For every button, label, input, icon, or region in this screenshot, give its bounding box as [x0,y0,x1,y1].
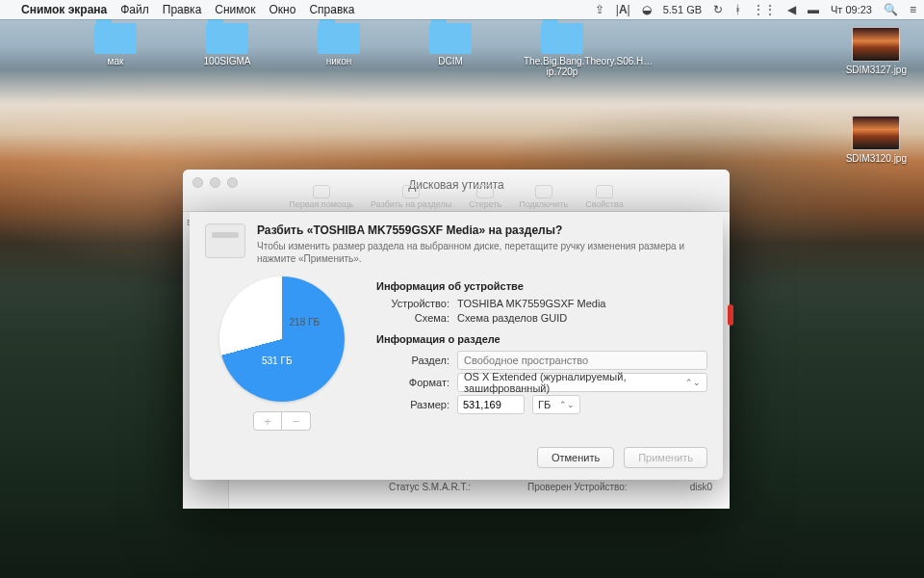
add-remove-segmented: + − [253,411,311,431]
thumb-3120[interactable]: SDIM3120.jpg [846,116,907,164]
du-toolbar: Первая помощь Разбить на разделы Стереть… [289,185,623,209]
disk-icon[interactable]: ◒ [642,3,652,16]
menu-window[interactable]: Окно [269,3,295,16]
format-value: OS X Extended (журналируемый, зашифрован… [464,371,685,394]
add-partition-button[interactable]: + [253,411,282,431]
folder-100sigma[interactable]: 100SIGMA [198,23,256,77]
pie-used-label: 531 ГБ [262,355,292,366]
folder-icon [318,23,360,54]
partition-info-heading: Информация о разделе [376,333,707,345]
zoom-icon[interactable] [227,177,238,188]
menubar-status: ⇪ |A| ◒ 5.51 GB ↻ ᚼ ⋮⋮ ◀ ▬ Чт 09:23 🔍 ≡ [595,3,916,16]
device-info-heading: Информация об устройстве [376,280,707,292]
dropbox-icon[interactable]: ⇪ [595,3,604,16]
format-select[interactable]: OS X Extended (журналируемый, зашифрован… [457,373,707,392]
apply-button[interactable]: Применить [624,447,707,468]
desktop-folders: мак 100SIGMA никон DCIM The.Big.Bang.The… [87,23,591,77]
wifi-icon[interactable]: ⋮⋮ [753,3,776,16]
clock[interactable]: Чт 09:23 [831,4,872,15]
close-icon[interactable] [192,177,203,188]
timemachine-icon[interactable]: ↻ [713,3,723,16]
status-smart-label: Статус S.M.A.R.T.: [383,478,522,495]
remove-partition-button[interactable]: − [282,411,311,431]
folder-icon [541,23,583,54]
volume-icon[interactable]: ◀ [787,3,796,16]
partition-pie-chart[interactable]: 218 ГБ 531 ГБ [219,276,345,402]
folder-tbbt[interactable]: The.Big.Bang.Theory.S06.H…ip.720p [533,23,591,77]
size-input[interactable] [457,395,525,414]
sheet-subtitle: Чтобы изменить размер раздела на выбранн… [257,240,707,265]
device-value: TOSHIBA MK7559GSXF Media [457,298,707,309]
tb-mount: Подключить [519,185,568,209]
info-icon [596,185,613,198]
size-label: Размер: [376,399,449,410]
menu-snapshot[interactable]: Снимок [215,3,255,16]
app-menu[interactable]: Снимок экрана [21,3,107,16]
spotlight-icon[interactable]: 🔍 [884,3,898,16]
red-accent [728,304,733,326]
scheme-value: Схема разделов GUID [457,312,707,324]
tb-erase: Стереть [469,185,501,209]
partition-name-input[interactable] [457,351,707,370]
disk-icon [205,223,245,258]
tb-firstaid: Первая помощь [289,185,353,209]
image-thumb-icon [852,27,900,62]
image-thumb-icon [852,116,900,150]
menubar: Снимок экрана Файл Правка Снимок Окно Сп… [0,0,924,19]
adobe-icon[interactable]: |A| [616,3,630,16]
sheet-title: Разбить «TOSHIBA MK7559GSXF Media» на ра… [257,223,707,237]
traffic-lights [192,177,238,188]
menu-help[interactable]: Справка [309,3,354,16]
menu-edit[interactable]: Правка [163,3,202,16]
desktop-thumbs: SDIM3127.jpg SDIM3120.jpg [846,27,907,164]
chevron-updown-icon: ⌃⌄ [559,400,575,409]
size-unit-select[interactable]: ГБ ⌃⌄ [532,395,580,414]
notifications-icon[interactable]: ≡ [910,3,916,16]
mount-icon [535,185,552,198]
thumb-3127[interactable]: SDIM3127.jpg [846,27,907,75]
folder-mac[interactable]: мак [87,23,144,77]
pie-free-label: 218 ГБ [290,317,320,328]
device-label: Устройство: [376,298,449,309]
partition-icon [402,185,420,198]
cancel-button[interactable]: Отменить [537,447,614,468]
folder-icon [429,23,472,54]
chevron-updown-icon: ⌃⌄ [685,378,701,387]
window-titlebar[interactable]: Дисковая утилита Первая помощь Разбить н… [183,170,730,212]
tb-partition: Разбить на разделы [371,185,451,209]
firstaid-icon [313,185,330,198]
flag-icon[interactable]: ▬ [808,3,819,16]
bluetooth-icon[interactable]: ᚼ [734,3,741,16]
partition-sheet: Разбить «TOSHIBA MK7559GSXF Media» на ра… [190,212,723,480]
scheme-label: Схема: [376,312,449,324]
erase-icon [476,185,494,198]
minimize-icon[interactable] [210,177,220,188]
menu-file[interactable]: Файл [120,3,149,16]
format-label: Формат: [376,377,449,388]
folder-nikon[interactable]: никон [310,23,368,77]
tb-info: Свойства [585,185,624,209]
disk-free: 5.51 GB [663,4,702,15]
status-device-value: disk0 [660,478,718,495]
folder-icon [94,23,137,54]
status-device-label: Проверен Устройство: [522,478,660,495]
partition-name-label: Раздел: [376,355,449,366]
folder-dcim[interactable]: DCIM [422,23,479,77]
du-status-row: Статус S.M.A.R.T.: Проверен Устройство: … [383,478,718,495]
folder-icon [206,23,248,54]
